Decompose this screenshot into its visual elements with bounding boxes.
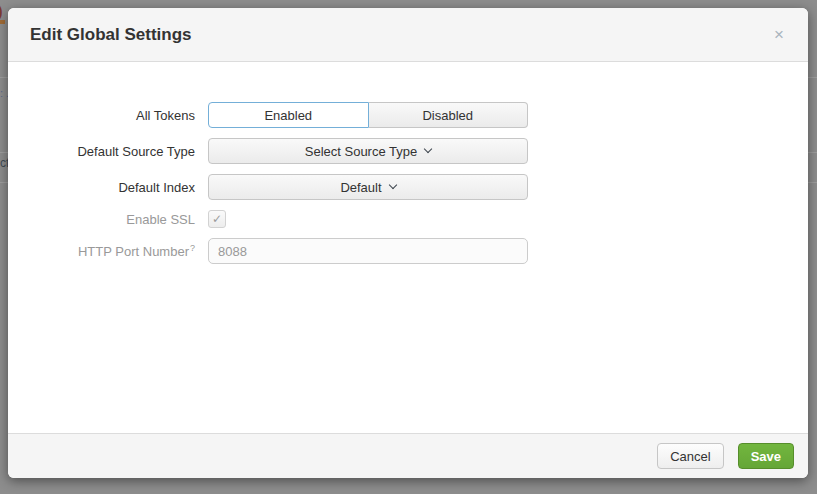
default-index-dropdown[interactable]: Default (208, 174, 528, 200)
default-source-type-row: Default Source Type Select Source Type (8, 138, 808, 164)
close-icon[interactable]: × (772, 24, 786, 45)
chevron-down-icon (388, 181, 396, 189)
all-tokens-toggle: Enabled Disabled (208, 102, 528, 128)
checkmark-icon: ✓ (212, 212, 222, 226)
dialog-header: Edit Global Settings × (8, 8, 808, 62)
default-index-value: Default (340, 180, 381, 195)
default-source-type-value: Select Source Type (305, 144, 418, 159)
default-index-label: Default Index (8, 180, 208, 195)
default-index-row: Default Index Default (8, 174, 808, 200)
background-text-fragment: ) (0, 2, 3, 22)
chevron-down-icon (424, 145, 432, 153)
save-button[interactable]: Save (738, 443, 794, 469)
background-fragment (0, 20, 5, 24)
http-port-input (208, 238, 528, 264)
http-port-label-text: HTTP Port Number (78, 244, 189, 259)
enable-ssl-checkbox: ✓ (208, 210, 226, 228)
all-tokens-row: All Tokens Enabled Disabled (8, 102, 808, 128)
enable-ssl-row: Enable SSL ✓ (8, 210, 808, 228)
all-tokens-enabled-button[interactable]: Enabled (208, 102, 369, 128)
all-tokens-label: All Tokens (8, 108, 208, 123)
http-port-label: HTTP Port Number? (8, 243, 208, 259)
all-tokens-disabled-button[interactable]: Disabled (369, 102, 529, 128)
http-port-row: HTTP Port Number? (8, 238, 808, 264)
enable-ssl-label: Enable SSL (8, 212, 208, 227)
edit-global-settings-dialog: Edit Global Settings × All Tokens Enable… (8, 8, 808, 478)
default-source-type-dropdown[interactable]: Select Source Type (208, 138, 528, 164)
default-source-type-label: Default Source Type (8, 144, 208, 159)
dialog-title: Edit Global Settings (30, 25, 772, 45)
help-marker[interactable]: ? (190, 243, 195, 253)
dialog-body: All Tokens Enabled Disabled Default Sour… (8, 62, 808, 433)
cancel-button[interactable]: Cancel (657, 443, 723, 469)
dialog-footer: Cancel Save (8, 433, 808, 478)
